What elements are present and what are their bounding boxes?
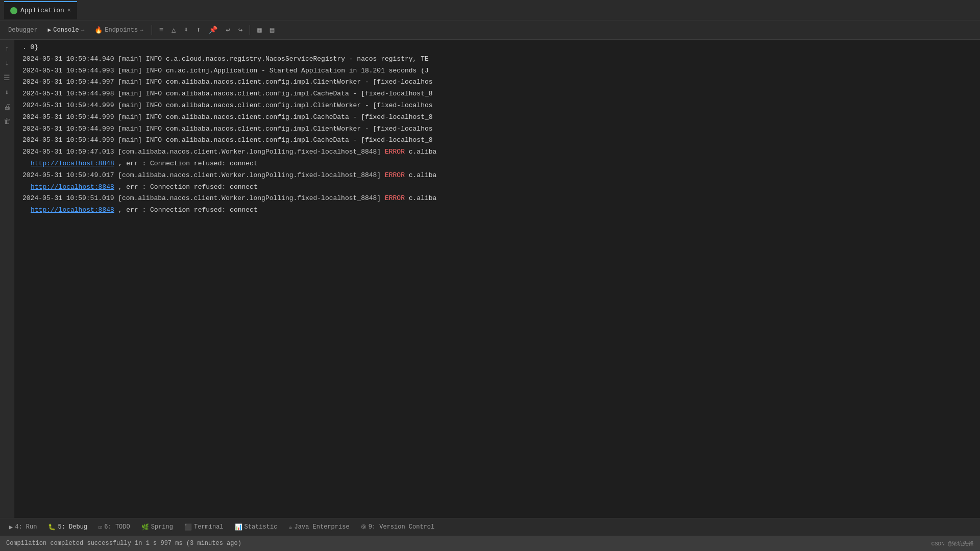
console-button[interactable]: ▶ Console → <box>44 24 89 36</box>
pin-button[interactable]: 📌 <box>206 23 220 36</box>
tab-run[interactable]: ▶ 4: Run <box>4 521 42 533</box>
upload-button[interactable]: ⬆ <box>193 23 204 36</box>
log-line-6: 2024-05-31 10:59:44.999 [main] INFO com.… <box>14 100 980 112</box>
scroll-down-icon[interactable]: ↓ <box>4 58 10 68</box>
java-enterprise-icon: ☕ <box>288 523 292 531</box>
rotate-right-button[interactable]: ↪ <box>235 23 246 36</box>
scroll-up-icon[interactable]: ↑ <box>4 44 10 54</box>
console-output: . 0} 2024-05-31 10:59:44.940 [main] INFO… <box>14 40 980 518</box>
spring-icon: 🌿 <box>141 523 149 531</box>
left-sidebar: ↑ ↓ ☰ ⬇ 🖨 🗑 <box>0 40 14 518</box>
localhost-link-1[interactable]: http://localhost:8848 <box>31 160 114 167</box>
rotate-left-button[interactable]: ↩ <box>223 23 233 36</box>
tab-bar: Application × <box>0 0 980 20</box>
log-line-8: 2024-05-31 10:59:44.999 [main] INFO com.… <box>14 123 980 135</box>
tab-spring[interactable]: 🌿 Spring <box>136 521 178 533</box>
status-bar: Compilation completed successfully in 1 … <box>0 536 980 551</box>
tab-statistic[interactable]: 📊 Statistic <box>230 521 283 533</box>
table-button[interactable]: ▦ <box>254 23 264 36</box>
todo-icon: ☑ <box>99 523 102 531</box>
toolbar: Debugger ▶ Console → 🔥 Endpoints → ≡ △ ⬇… <box>0 20 980 40</box>
filter-button[interactable]: ≡ <box>156 24 166 36</box>
localhost-link-3[interactable]: http://localhost:8848 <box>31 206 114 214</box>
tab-todo-label: 6: TODO <box>104 523 130 531</box>
main-area: ↑ ↓ ☰ ⬇ 🖨 🗑 . 0} 2024-05-31 10:59:44.940… <box>0 40 980 518</box>
bottom-tabs: ▶ 4: Run 🐛 5: Debug ☑ 6: TODO 🌿 Spring ⬛… <box>0 518 980 536</box>
log-line-3: 2024-05-31 10:59:44.993 [main] INFO cn.a… <box>14 65 980 77</box>
status-right: CSDN @采坑先锋 <box>931 540 974 547</box>
log-line-9: 2024-05-31 10:59:44.999 [main] INFO com.… <box>14 135 980 146</box>
console-label: Console <box>53 27 79 34</box>
print-icon[interactable]: 🖨 <box>3 102 12 112</box>
localhost-link-2[interactable]: http://localhost:8848 <box>31 183 114 191</box>
tab-title: Application <box>20 7 64 14</box>
app-tab-icon <box>10 7 17 14</box>
debug-icon: 🐛 <box>48 523 56 531</box>
version-control-icon: ⑨ <box>361 523 366 531</box>
log-line-7: 2024-05-31 10:59:44.999 [main] INFO com.… <box>14 112 980 123</box>
log-line-13: http://localhost:8848 , err : Connection… <box>14 182 980 193</box>
debugger-label: Debugger <box>8 27 38 34</box>
tab-terminal-label: Terminal <box>194 523 224 531</box>
toolbar-separator-1 <box>152 25 152 35</box>
watermark: CSDN @采坑先锋 <box>931 540 974 547</box>
log-line-15: http://localhost:8848 , err : Connection… <box>14 205 980 216</box>
application-tab[interactable]: Application × <box>4 1 77 19</box>
log-line-14: 2024-05-31 10:59:51.019 [com.alibaba.nac… <box>14 193 980 205</box>
tab-spring-label: Spring <box>151 523 173 531</box>
tab-run-label: 4: Run <box>15 523 37 531</box>
log-line-1: . 0} <box>14 42 980 54</box>
terminal-icon: ⬛ <box>184 523 192 531</box>
tab-todo[interactable]: ☑ 6: TODO <box>93 521 135 533</box>
log-line-11: http://localhost:8848 , err : Connection… <box>14 158 980 170</box>
scroll-up-button[interactable]: △ <box>168 23 179 36</box>
list-button[interactable]: ▤ <box>267 23 277 36</box>
menu-icon[interactable]: ☰ <box>3 72 11 83</box>
endpoints-label: Endpoints <box>105 27 138 34</box>
tab-statistic-label: Statistic <box>244 523 278 531</box>
log-line-10: 2024-05-31 10:59:47.013 [com.alibaba.nac… <box>14 146 980 158</box>
download2-icon[interactable]: ⬇ <box>4 87 10 98</box>
endpoints-button[interactable]: 🔥 Endpoints → <box>90 24 147 36</box>
trash-icon[interactable]: 🗑 <box>3 116 12 127</box>
tab-java-enterprise[interactable]: ☕ Java Enterprise <box>283 521 354 533</box>
toolbar-separator-2 <box>250 25 250 35</box>
tab-version-control[interactable]: ⑨ 9: Version Control <box>356 521 440 533</box>
log-line-12: 2024-05-31 10:59:49.017 [com.alibaba.nac… <box>14 170 980 182</box>
tab-debug-label: 5: Debug <box>58 523 87 531</box>
tab-debug[interactable]: 🐛 5: Debug <box>43 521 92 533</box>
tab-java-enterprise-label: Java Enterprise <box>295 523 350 531</box>
status-message: Compilation completed successfully in 1 … <box>6 540 241 547</box>
debugger-button[interactable]: Debugger <box>4 24 42 36</box>
tab-close-button[interactable]: × <box>67 7 71 14</box>
download-button[interactable]: ⬇ <box>181 23 191 36</box>
tab-terminal[interactable]: ⬛ Terminal <box>179 521 229 533</box>
log-line-5: 2024-05-31 10:59:44.998 [main] INFO com.… <box>14 88 980 100</box>
statistic-icon: 📊 <box>235 523 242 531</box>
log-line-2: 2024-05-31 10:59:44.940 [main] INFO c.a.… <box>14 54 980 65</box>
tab-version-control-label: 9: Version Control <box>369 523 435 531</box>
run-icon: ▶ <box>9 523 13 531</box>
log-line-4: 2024-05-31 10:59:44.997 [main] INFO com.… <box>14 77 980 88</box>
